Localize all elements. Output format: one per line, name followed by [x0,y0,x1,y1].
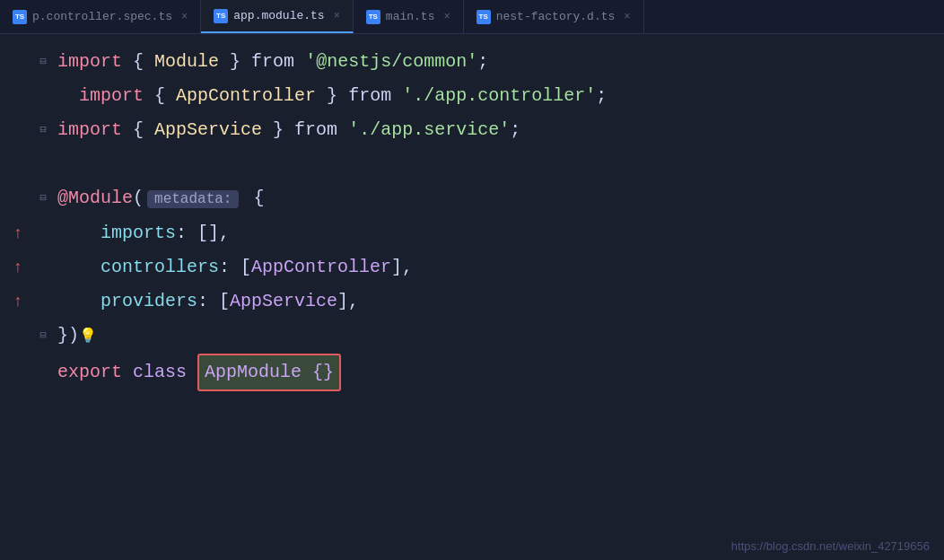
gutter-6: ↑ [0,216,36,250]
code-line-3: ⊟ import { AppService } from './app.serv… [0,113,944,147]
code-content-1: import { Module } from '@nestjs/common'; [50,45,944,79]
code-line-9: ⊟ })💡 [0,319,944,354]
code-content-8: providers: [AppService], [50,284,944,319]
tab-main[interactable]: TS main.ts × [354,0,464,33]
code-line-8: ↑ providers: [AppService], [0,284,944,319]
tab-nest-factory[interactable]: TS nest-factory.d.ts × [464,0,644,33]
tab-label: p.controller.spec.ts [32,10,172,23]
fold-1[interactable]: ⊟ [36,45,50,79]
code-content-10: export class AppModule {} [50,354,944,391]
code-line-1: ⊟ import { Module } from '@nestjs/common… [0,45,944,79]
tab-close-main-icon[interactable]: × [443,11,450,23]
code-content-9: })💡 [50,319,944,354]
tab-app-module[interactable]: TS app.module.ts × [201,0,354,33]
watermark: https://blog.csdn.net/weixin_42719656 [731,539,930,553]
gutter-8: ↑ [0,284,36,319]
code-content-7: controllers: [AppController], [50,250,944,284]
tab-label-active: app.module.ts [233,9,324,22]
tab-close-nest-icon[interactable]: × [624,11,630,23]
code-content-6: imports: [], [50,216,944,250]
code-line-6: ↑ imports: [], [0,216,944,250]
tab-icon-main: TS [366,10,380,24]
code-line-4 [0,147,944,181]
code-line-2: import { AppController } from './app.con… [0,79,944,113]
code-line-5: ⊟ @Module(metadata: { [0,181,944,216]
code-content-2: import { AppController } from './app.con… [50,79,944,113]
code-content-5: @Module(metadata: { [50,181,944,216]
tab-icon-ts: TS [13,10,27,24]
code-line-7: ↑ controllers: [AppController], [0,250,944,284]
code-content-3: import { AppService } from './app.servic… [50,113,944,147]
tab-label-nest: nest-factory.d.ts [496,10,616,23]
tab-controller-spec[interactable]: TS p.controller.spec.ts × [0,0,201,33]
code-line-10: export class AppModule {} [0,354,944,391]
fold-5[interactable]: ⊟ [36,181,50,215]
fold-3[interactable]: ⊟ [36,113,50,147]
fold-9[interactable]: ⊟ [36,319,50,353]
tab-close-active-icon[interactable]: × [334,10,340,22]
tab-icon-nest: TS [476,10,491,24]
tab-label-main: main.ts [386,10,435,23]
editor-area: ⊟ import { Module } from '@nestjs/common… [0,34,944,560]
tab-bar: TS p.controller.spec.ts × TS app.module.… [0,0,944,34]
gutter-7: ↑ [0,250,36,284]
tab-close-icon[interactable]: × [181,11,188,23]
tab-icon-ts-active: TS [214,9,228,23]
